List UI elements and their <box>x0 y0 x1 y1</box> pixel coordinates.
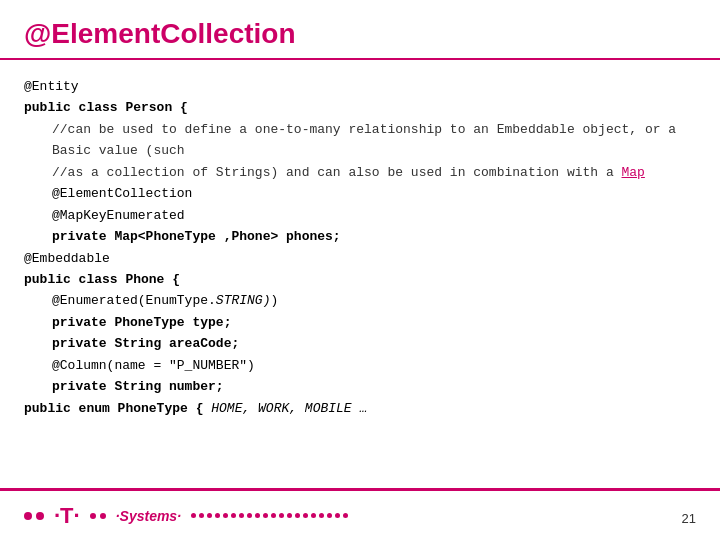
logo-dots-right <box>191 513 348 518</box>
rdot2 <box>199 513 204 518</box>
dot2 <box>36 512 44 520</box>
rdot6 <box>231 513 236 518</box>
line-enumerated: @Enumerated(EnumType.STRING)) <box>24 290 696 311</box>
line-element-collection: @ElementCollection <box>24 183 696 204</box>
t-systems-logo: ·T· ·Systems· <box>24 503 348 529</box>
rdot20 <box>343 513 348 518</box>
bottom-bar: ·T· ·Systems· <box>0 488 720 540</box>
rdot19 <box>335 513 340 518</box>
line-entity: @Entity <box>24 76 696 97</box>
line-comment1: //can be used to define a one-to-many re… <box>24 119 696 162</box>
rdot8 <box>247 513 252 518</box>
rdot11 <box>271 513 276 518</box>
dot3 <box>90 513 96 519</box>
systems-label: ·Systems· <box>116 508 181 524</box>
logo-dots-left <box>24 512 44 520</box>
slide: @ElementCollection @Entity public class … <box>0 0 720 540</box>
line-number: private String number; <box>24 376 696 397</box>
line-embeddable: @Embeddable <box>24 248 696 269</box>
rdot12 <box>279 513 284 518</box>
rdot9 <box>255 513 260 518</box>
line-areacode: private String areaCode; <box>24 333 696 354</box>
line-phonetype: private PhoneType type; <box>24 312 696 333</box>
rdot3 <box>207 513 212 518</box>
rdot5 <box>223 513 228 518</box>
t-symbol: ·T· <box>54 503 80 529</box>
rdot4 <box>215 513 220 518</box>
line-enum-phonetype: public enum PhoneType { HOME, WORK, MOBI… <box>24 398 696 419</box>
slide-title: @ElementCollection <box>24 18 296 49</box>
content-area: @Entity public class Person { //can be u… <box>0 76 720 419</box>
rdot15 <box>303 513 308 518</box>
rdot16 <box>311 513 316 518</box>
title-bar: @ElementCollection <box>0 0 720 60</box>
logo-dots-mid <box>90 513 106 519</box>
line-class-phone: public class Phone { <box>24 269 696 290</box>
rdot10 <box>263 513 268 518</box>
dot1 <box>24 512 32 520</box>
dot4 <box>100 513 106 519</box>
rdot1 <box>191 513 196 518</box>
line-column: @Column(name = "P_NUMBER") <box>24 355 696 376</box>
rdot7 <box>239 513 244 518</box>
map-link[interactable]: Map <box>622 165 645 180</box>
line-comment2: //as a collection of Strings) and can al… <box>24 162 696 183</box>
rdot14 <box>295 513 300 518</box>
line-class-person: public class Person { <box>24 97 696 118</box>
line-mapkey: @MapKeyEnumerated <box>24 205 696 226</box>
page-number: 21 <box>682 511 696 526</box>
line-private-map: private Map<PhoneType ,Phone> phones; <box>24 226 696 247</box>
rdot17 <box>319 513 324 518</box>
rdot18 <box>327 513 332 518</box>
rdot13 <box>287 513 292 518</box>
